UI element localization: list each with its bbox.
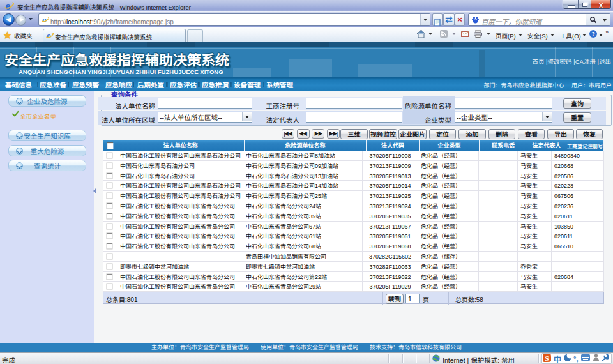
svg-text:e: e	[42, 16, 47, 24]
svg-text:?: ?	[591, 31, 595, 37]
svg-text:e: e	[5, 1, 10, 11]
svg-text:e: e	[47, 32, 51, 40]
svg-text:S: S	[545, 354, 549, 362]
